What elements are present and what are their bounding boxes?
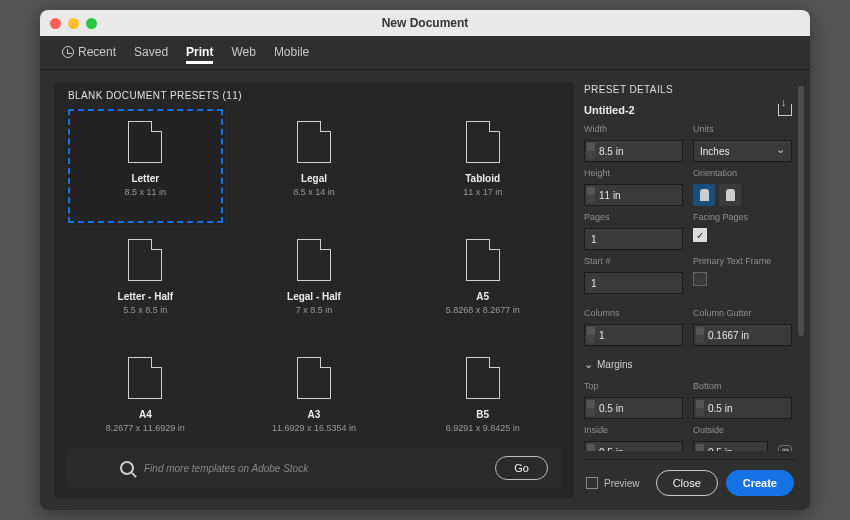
page-icon xyxy=(466,239,500,281)
preset-dimensions: 6.9291 x 9.8425 in xyxy=(446,423,520,433)
preset-dimensions: 7 x 8.5 in xyxy=(296,305,333,315)
margin-top-label: Top xyxy=(584,381,683,391)
create-button[interactable]: Create xyxy=(726,470,794,496)
preview-toggle[interactable]: Preview xyxy=(586,477,640,489)
preset-tile[interactable]: A311.6929 x 16.5354 in xyxy=(235,343,394,442)
page-icon xyxy=(466,121,500,163)
presets-grid: Letter8.5 x 11 inLegal8.5 x 14 inTabloid… xyxy=(66,107,562,442)
orientation-portrait[interactable] xyxy=(693,184,715,206)
height-field[interactable]: 11 in xyxy=(584,184,683,206)
margin-outside-field[interactable]: 0.5 in xyxy=(693,441,768,451)
preset-tile[interactable]: Legal8.5 x 14 in xyxy=(235,107,394,225)
facing-pages-checkbox[interactable]: ✓ xyxy=(693,228,707,242)
preset-details-heading: PRESET DETAILS xyxy=(584,82,792,101)
page-icon xyxy=(297,239,331,281)
stock-search-row: Find more templates on Adobe Stock Go xyxy=(66,448,562,488)
preset-details-panel: PRESET DETAILS Untitled-2 Width Units 8.… xyxy=(584,82,796,498)
titlebar: New Document xyxy=(40,10,810,36)
preset-name: A5 xyxy=(476,291,489,302)
page-icon xyxy=(466,357,500,399)
page-icon xyxy=(128,121,162,163)
nav-mobile[interactable]: Mobile xyxy=(274,45,309,61)
window-title: New Document xyxy=(40,16,810,30)
portrait-icon xyxy=(700,189,709,201)
page-icon xyxy=(128,357,162,399)
preset-name: Letter xyxy=(131,173,159,184)
go-button[interactable]: Go xyxy=(495,456,548,480)
nav-saved[interactable]: Saved xyxy=(134,45,168,61)
window-maximize-dot[interactable] xyxy=(86,18,97,29)
nav-web[interactable]: Web xyxy=(231,45,255,61)
column-gutter-label: Column Gutter xyxy=(693,308,792,318)
page-icon xyxy=(297,121,331,163)
preset-dimensions: 11.6929 x 16.5354 in xyxy=(272,423,356,433)
window-minimize-dot[interactable] xyxy=(68,18,79,29)
preset-tile[interactable]: Legal - Half7 x 8.5 in xyxy=(235,225,394,343)
preview-label: Preview xyxy=(604,478,640,489)
width-label: Width xyxy=(584,124,683,134)
preset-dimensions: 11 x 17 in xyxy=(463,187,502,197)
height-label: Height xyxy=(584,168,683,178)
nav-print[interactable]: Print xyxy=(186,45,213,64)
dialog-footer: Preview Close Create xyxy=(584,459,796,498)
preset-name: Legal xyxy=(301,173,327,184)
new-document-window: New Document Recent Saved Print Web Mobi… xyxy=(40,10,810,510)
units-select[interactable]: Inches xyxy=(693,140,792,162)
preset-name: Tabloid xyxy=(465,173,500,184)
margin-inside-label: Inside xyxy=(584,425,683,435)
details-scrollbar[interactable] xyxy=(798,86,804,336)
presets-heading: BLANK DOCUMENT PRESETS (11) xyxy=(66,86,562,107)
margin-inside-field[interactable]: 0.5 in xyxy=(584,441,683,451)
orientation-toggle xyxy=(693,184,792,206)
preset-tile[interactable]: B56.9291 x 9.8425 in xyxy=(403,343,562,442)
page-icon xyxy=(297,357,331,399)
preset-tile[interactable]: Letter - Half5.5 x 8.5 in xyxy=(66,225,225,343)
stock-search-placeholder[interactable]: Find more templates on Adobe Stock xyxy=(144,463,485,474)
nav-recent[interactable]: Recent xyxy=(62,45,116,61)
width-field[interactable]: 8.5 in xyxy=(584,140,683,162)
preset-tile[interactable]: Tabloid11 x 17 in xyxy=(403,107,562,225)
preset-dimensions: 8.5 x 14 in xyxy=(293,187,335,197)
column-gutter-field[interactable]: 0.1667 in xyxy=(693,324,792,346)
document-name[interactable]: Untitled-2 xyxy=(584,104,635,116)
start-number-field[interactable]: 1 xyxy=(584,272,683,294)
start-number-label: Start # xyxy=(584,256,683,266)
preset-tile[interactable]: A48.2677 x 11.6929 in xyxy=(66,343,225,442)
margins-section[interactable]: Margins xyxy=(584,358,792,371)
category-nav: Recent Saved Print Web Mobile xyxy=(40,36,810,70)
preset-dimensions: 5.5 x 8.5 in xyxy=(123,305,167,315)
presets-panel: BLANK DOCUMENT PRESETS (11) Letter8.5 x … xyxy=(54,82,574,498)
preset-dimensions: 8.2677 x 11.6929 in xyxy=(106,423,185,433)
preset-name: Letter - Half xyxy=(118,291,174,302)
link-margins-icon[interactable]: ⧉ xyxy=(778,445,792,451)
units-label: Units xyxy=(693,124,792,134)
margin-outside-label: Outside xyxy=(693,425,792,435)
pages-field[interactable]: 1 xyxy=(584,228,683,250)
orientation-label: Orientation xyxy=(693,168,792,178)
preset-tile[interactable]: A55.8268 x 8.2677 in xyxy=(403,225,562,343)
columns-field[interactable]: 1 xyxy=(584,324,683,346)
preset-tile[interactable]: Letter8.5 x 11 in xyxy=(66,107,225,225)
margin-bottom-field[interactable]: 0.5 in xyxy=(693,397,792,419)
window-close-dot[interactable] xyxy=(50,18,61,29)
facing-pages-label: Facing Pages xyxy=(693,212,792,222)
preset-dimensions: 8.5 x 11 in xyxy=(125,187,167,197)
nav-recent-label: Recent xyxy=(78,45,116,59)
columns-label: Columns xyxy=(584,308,683,318)
recent-icon xyxy=(62,46,74,58)
margin-top-field[interactable]: 0.5 in xyxy=(584,397,683,419)
margin-bottom-label: Bottom xyxy=(693,381,792,391)
search-icon xyxy=(120,461,134,475)
preset-name: Legal - Half xyxy=(287,291,341,302)
primary-text-frame-checkbox[interactable] xyxy=(693,272,707,286)
close-button[interactable]: Close xyxy=(656,470,718,496)
preview-checkbox[interactable] xyxy=(586,477,598,489)
preset-dimensions: 5.8268 x 8.2677 in xyxy=(446,305,520,315)
preset-name: A4 xyxy=(139,409,152,420)
download-preset-icon[interactable] xyxy=(778,104,792,116)
preset-name: B5 xyxy=(476,409,489,420)
pages-label: Pages xyxy=(584,212,683,222)
primary-text-frame-label: Primary Text Frame xyxy=(693,256,792,266)
page-icon xyxy=(128,239,162,281)
orientation-landscape[interactable] xyxy=(719,184,741,206)
